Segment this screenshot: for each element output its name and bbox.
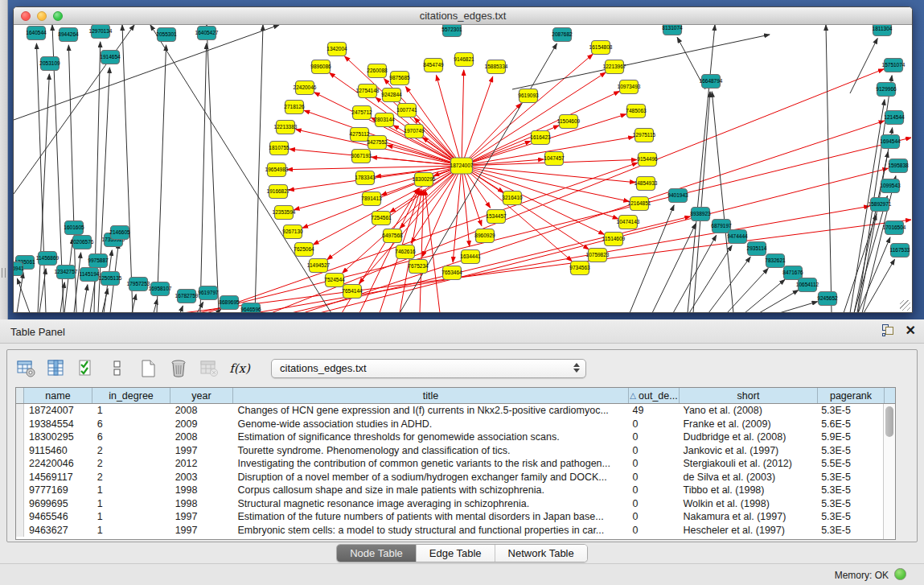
table-cell[interactable]: 5.5E-5 [816, 457, 883, 471]
table-cell[interactable]: de Silva et al. (2003) [678, 471, 816, 484]
table-cell[interactable]: 14569117 [24, 471, 92, 484]
table-cell[interactable]: 1 [92, 404, 170, 418]
resize-grip[interactable] [900, 300, 910, 311]
table-cell[interactable]: 0 [628, 510, 679, 524]
network-edge[interactable] [745, 279, 785, 312]
network-edge[interactable] [512, 35, 770, 89]
table-cell[interactable]: 2008 [170, 431, 233, 444]
table-settings-icon[interactable] [15, 358, 36, 379]
table-cell[interactable]: 5.9E-5 [816, 431, 883, 444]
network-edge[interactable] [844, 214, 877, 312]
network-edge[interactable] [468, 72, 606, 162]
table-cell[interactable]: 0 [628, 431, 679, 444]
table-cell[interactable]: 2 [92, 444, 170, 458]
table-cell[interactable]: 2003 [170, 471, 233, 484]
table-row[interactable]: 946554611997Estimation of the future num… [16, 510, 883, 524]
table-cell[interactable]: 22420046 [24, 457, 92, 471]
table-cell[interactable]: 5.3E-5 [816, 471, 883, 484]
table-row[interactable]: 2242004622012Investigating the contribut… [16, 457, 883, 471]
tab-network-table[interactable]: Network Table [495, 545, 587, 562]
table-cell[interactable]: 5.3E-5 [816, 497, 883, 511]
table-cell[interactable]: 2009 [170, 418, 233, 431]
network-edge[interactable] [180, 306, 183, 312]
function-builder-icon[interactable]: f(x) [229, 358, 250, 379]
network-edge[interactable] [850, 39, 877, 93]
table-row[interactable]: 1938455462009Genome-wide association stu… [16, 418, 883, 431]
table-cell[interactable]: 5.6E-5 [816, 418, 883, 431]
network-edge[interactable] [712, 92, 733, 312]
table-cell[interactable]: 0 [628, 484, 679, 497]
table-cell[interactable]: 18300295 [24, 431, 92, 444]
table-row[interactable]: 946362711997Embryonic stem cells: a mode… [16, 524, 883, 538]
table-cell[interactable]: Jankovic et al. (1997) [678, 444, 816, 458]
network-edge[interactable] [469, 141, 530, 163]
table-row[interactable]: 969969511998Structural magnetic resonanc… [16, 497, 883, 511]
tab-edge-table[interactable]: Edge Table [417, 545, 495, 562]
table-cell[interactable]: Genome-wide association studies in ADHD. [233, 418, 628, 431]
column-header-in_degree[interactable]: in_degree [92, 388, 170, 403]
table-cell[interactable]: Disruption of a novel member of a sodium… [233, 471, 628, 484]
table-cell[interactable]: Wolkin et al. (1998) [678, 497, 816, 511]
table-cell[interactable]: 0 [628, 524, 679, 538]
network-edge[interactable] [255, 25, 263, 312]
tab-node-table[interactable]: Node Table [337, 545, 417, 562]
network-edge[interactable] [150, 25, 331, 312]
table-cell[interactable]: 5.3E-5 [816, 404, 883, 418]
table-cell[interactable]: 9699695 [24, 497, 92, 511]
network-edge[interactable] [420, 190, 424, 312]
table-cell[interactable]: 9465546 [24, 510, 92, 524]
table-cell[interactable]: Changes of HCN gene expression and I(f) … [233, 404, 628, 418]
network-edge[interactable] [779, 302, 818, 312]
network-edge[interactable] [468, 171, 573, 262]
table-cell[interactable]: 6 [92, 418, 170, 431]
table-cell[interactable]: 6 [92, 431, 170, 444]
table-cell[interactable]: 0 [628, 457, 679, 471]
scrollbar-thumb[interactable] [885, 406, 893, 437]
table-cell[interactable]: Dudbridge et al. (2008) [678, 431, 816, 444]
network-edge[interactable] [673, 235, 717, 312]
vertical-scrollbar[interactable] [883, 404, 895, 539]
network-edge[interactable] [469, 169, 604, 234]
table-cell[interactable]: Estimation of the future numbers of pati… [233, 510, 628, 524]
table-cell[interactable]: Structural magnetic resonance image aver… [233, 497, 628, 511]
table-cell[interactable]: 9463627 [24, 524, 92, 538]
network-edge[interactable] [470, 167, 630, 201]
network-edge[interactable] [157, 45, 166, 312]
table-cell[interactable]: 1997 [170, 524, 233, 538]
table-cell[interactable]: 1997 [170, 510, 233, 524]
network-edge[interactable] [314, 93, 454, 163]
table-cell[interactable]: 2008 [170, 404, 233, 418]
table-cell[interactable]: Nakamura et al. (1997) [678, 510, 816, 524]
table-cell[interactable]: 1998 [170, 484, 233, 497]
table-select-dropdown[interactable]: citations_edges.txt [271, 359, 586, 378]
close-panel-icon[interactable]: ✕ [906, 324, 916, 336]
table-cell[interactable]: 1 [92, 524, 170, 538]
table-cell[interactable]: Tibbo et al. (1998) [678, 484, 816, 497]
column-header-title[interactable]: title [233, 388, 629, 403]
table-cell[interactable]: 0 [628, 444, 679, 458]
control-panel-splitter[interactable] [0, 0, 8, 319]
table-cell[interactable]: Embryonic stem cells: a model to study s… [233, 524, 628, 538]
table-row[interactable]: 911546021997Tourette syndrome. Phenomeno… [16, 444, 883, 458]
table-cell[interactable]: 5.3E-5 [816, 510, 883, 524]
table-row[interactable]: 1830029562008Estimation of significance … [16, 431, 883, 444]
network-window[interactable]: citations_edges.txt 18724007183002951342… [13, 6, 913, 313]
table-cell[interactable]: 19384554 [24, 418, 92, 431]
table-row[interactable]: 977716911998Corpus callosum shape and si… [16, 484, 883, 497]
table-cell[interactable]: 5.3E-5 [816, 444, 883, 458]
column-header-short[interactable]: short [680, 388, 818, 403]
window-titlebar[interactable]: citations_edges.txt [14, 7, 912, 25]
table-cell[interactable]: 1997 [170, 444, 233, 458]
network-edge[interactable] [693, 92, 710, 312]
network-edge[interactable] [462, 70, 463, 158]
table-cell[interactable]: Hescheler et al. (1997) [678, 524, 816, 538]
column-header-pagerank[interactable]: pagerank [818, 388, 885, 403]
network-edge[interactable] [14, 25, 279, 120]
new-document-icon[interactable] [138, 358, 158, 379]
table-cell[interactable]: Estimation of significance thresholds fo… [233, 431, 628, 444]
table-cell[interactable]: 1998 [170, 497, 233, 511]
network-edge[interactable] [727, 269, 768, 312]
network-edge[interactable] [464, 76, 492, 158]
table-cell[interactable]: 0 [628, 471, 679, 484]
table-cell[interactable]: 49 [628, 404, 679, 418]
